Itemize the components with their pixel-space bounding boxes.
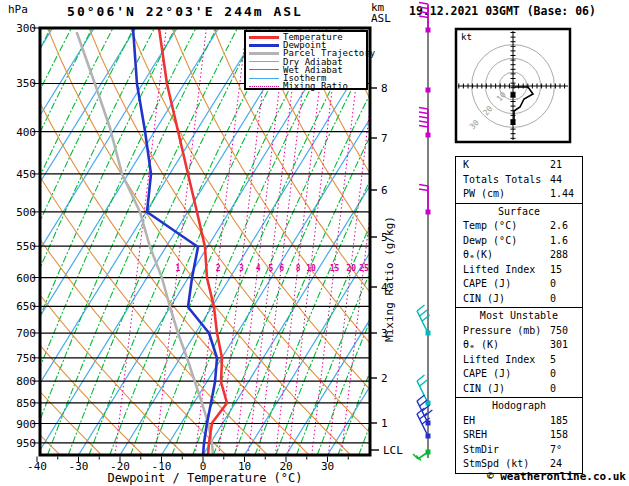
mixing-ratio-line — [235, 28, 286, 455]
pressure-tick-label: 700 — [16, 327, 36, 340]
hodograph-plot: 102030 — [456, 29, 570, 142]
table-section-header: Surface — [456, 205, 582, 220]
table-row: SREH158 — [456, 428, 582, 443]
mixing-ratio-value-label: 3 — [239, 264, 244, 273]
wind-barb — [417, 395, 432, 426]
wind-barb-tick — [419, 185, 428, 187]
indices-table: K21Totals Totals44PW (cm)1.44SurfaceTemp… — [455, 157, 583, 474]
wind-barb-tick — [419, 108, 428, 110]
table-row-label: CIN (J) — [463, 293, 505, 304]
wind-barb-tick — [422, 405, 430, 411]
wind-barb-tick — [419, 16, 428, 18]
table-row: Pressure (mb)750 — [456, 324, 582, 339]
table-row-label: PW (cm) — [463, 188, 505, 199]
legend-line-sample — [249, 52, 279, 55]
isotherm-line — [120, 28, 385, 455]
table-row-value: 2.6 — [550, 219, 568, 234]
table-row: Lifted Index5 — [456, 353, 582, 368]
table-row-label: Lifted Index — [463, 354, 535, 365]
mixing-ratio-line — [312, 28, 363, 455]
wind-barb — [419, 185, 431, 215]
sounding-screenshot: hPa 50°06'N 22°03'E 244m ASL 19.12.2021 … — [0, 0, 629, 486]
pressure-tick-label: 950 — [16, 437, 36, 450]
table-row: CIN (J)0 — [456, 292, 582, 307]
km-tick-label: 8 — [381, 82, 388, 95]
pressure-tick-label: 850 — [16, 397, 36, 410]
wet-adiabat-line — [0, 28, 92, 455]
table-row-label: Pressure (mb) — [463, 325, 541, 336]
legend-line-sample — [249, 61, 279, 62]
table-section-header: Most Unstable — [456, 309, 582, 324]
hodograph-unit-label: kt — [461, 32, 472, 42]
table-row: Totals Totals44 — [456, 173, 582, 188]
mixing-ratio-value-label: 15 — [330, 264, 340, 273]
table-row: CAPE (J)0 — [456, 277, 582, 292]
table-row: EH185 — [456, 414, 582, 429]
legend-line-sample — [249, 78, 279, 79]
table-row-label: SREH — [463, 429, 487, 440]
table-row-label: θₑ (K) — [463, 339, 499, 350]
mixing-ratio-value-label: 4 — [256, 264, 261, 273]
mixing-ratio-value-label: 5 — [269, 264, 274, 273]
temperature-axis-title: Dewpoint / Temperature (°C) — [40, 471, 370, 485]
table-row-label: CAPE (J) — [463, 368, 511, 379]
table-row-value: 158 — [550, 428, 568, 443]
table-row: CAPE (J)0 — [456, 367, 582, 382]
table-row-label: Lifted Index — [463, 264, 535, 275]
wind-barb — [426, 88, 431, 93]
legend-line-sample — [249, 36, 279, 39]
wind-barb-tick — [422, 315, 430, 321]
wind-barb-tick — [419, 3, 428, 5]
legend-item-label: Mixing Ratio — [283, 82, 348, 90]
table-row-value: 750 — [550, 324, 568, 339]
wind-barb-tick — [417, 305, 425, 311]
km-tick-label: 1 — [381, 417, 388, 430]
pressure-tick-label: 500 — [16, 206, 36, 219]
table-row-value: 185 — [550, 414, 568, 429]
pressure-tick-label: 750 — [16, 352, 36, 365]
legend-line-sample — [249, 69, 279, 70]
table-row-value: 1.44 — [550, 187, 574, 202]
table-row-value: 301 — [550, 338, 568, 353]
wind-barb-tick — [419, 117, 428, 119]
table-row-label: EH — [463, 415, 475, 426]
wind-barb-shaft — [418, 452, 428, 459]
table-row-label: StmSpd (kt) — [463, 458, 529, 469]
lcl-label: LCL — [383, 444, 403, 457]
table-section: K21Totals Totals44PW (cm)1.44 — [455, 156, 583, 204]
copyright-text: © weatheronline.co.uk — [436, 470, 626, 483]
pressure-tick-label: 600 — [16, 272, 36, 285]
legend-line-sample — [249, 86, 279, 87]
table-row: θₑ(K)288 — [456, 248, 582, 263]
wind-barb-tick — [419, 189, 428, 191]
table-row-value: 21 — [550, 158, 562, 173]
table-row-label: K — [463, 159, 469, 170]
table-row-value: 7° — [550, 443, 562, 458]
table-row: K21 — [456, 158, 582, 173]
table-row: Dewp (°C)1.6 — [456, 234, 582, 249]
table-row-value: 15 — [550, 263, 562, 278]
mixing-ratio-value-label: 6 — [279, 264, 284, 273]
table-row: θₑ (K)301 — [456, 338, 582, 353]
km-tick-label: 6 — [381, 184, 388, 197]
wind-barb-tick — [417, 395, 425, 401]
wind-barb-tick — [419, 12, 428, 14]
table-row: Temp (°C)2.6 — [456, 219, 582, 234]
table-row-label: Totals Totals — [463, 174, 541, 185]
km-tick-label: 2 — [381, 372, 388, 385]
pressure-tick-label: 350 — [16, 77, 36, 90]
wind-barb-tick — [419, 112, 428, 114]
mixing-ratio-line — [248, 28, 299, 455]
table-row: StmDir7° — [456, 443, 582, 458]
table-row-value: 0 — [550, 277, 556, 292]
wind-barb-tick — [420, 310, 428, 316]
table-row-value: 5 — [550, 353, 556, 368]
table-row-value: 1.6 — [550, 234, 568, 249]
legend-line-sample — [249, 44, 279, 47]
legend-item: Mixing Ratio — [249, 82, 366, 90]
wind-barb — [419, 108, 431, 138]
mixing-ratio-value-label: 25 — [359, 264, 369, 273]
legend-box: TemperatureDewpointParcel TrajectoryDry … — [244, 30, 368, 90]
table-row: CIN (J)0 — [456, 382, 582, 397]
table-row-value: 0 — [550, 382, 556, 397]
